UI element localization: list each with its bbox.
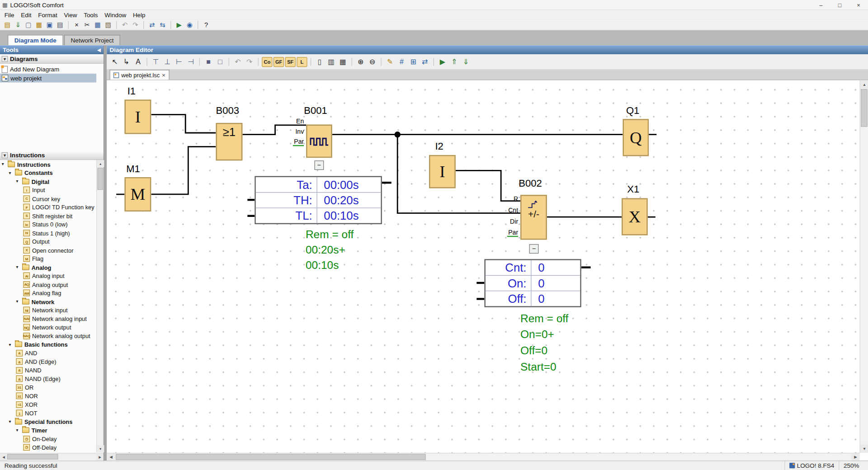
mode-tab-network-project[interactable]: Network Project <box>64 35 120 45</box>
tab-close-icon[interactable]: × <box>162 72 165 79</box>
tree-item-analog-output[interactable]: AQAnalog output <box>0 280 96 289</box>
menu-tools[interactable]: Tools <box>80 11 101 19</box>
param-table-1[interactable]: Ta:00:00sTH:00:20sTL:00:10s <box>255 176 382 225</box>
collapse-panel-icon[interactable]: ◀ <box>97 47 101 52</box>
undo-icon[interactable]: ↶ <box>120 20 130 29</box>
canvas-vscrollbar[interactable]: ▲ ▼ <box>860 80 868 453</box>
block-X1[interactable]: X <box>622 198 648 235</box>
block-B003[interactable]: ≥1 <box>216 123 243 160</box>
tree-item-off-delay[interactable]: ◷Off-Delay <box>0 443 96 452</box>
scroll-thumb[interactable] <box>116 454 426 460</box>
align-left-icon[interactable]: ⊢ <box>174 56 184 67</box>
tree-item-nand[interactable]: &NAND <box>0 366 96 375</box>
print-icon[interactable]: ▤ <box>55 20 65 29</box>
zoom-status[interactable]: 250% <box>839 461 863 470</box>
copy-icon[interactable]: ▦ <box>93 20 103 29</box>
align-bottom-icon[interactable]: ⊥ <box>162 56 173 67</box>
menu-file[interactable]: File <box>1 11 17 19</box>
expand-arrow-icon[interactable]: ▾ <box>2 162 8 167</box>
tree-item-basic-functions[interactable]: ▾Basic functions <box>0 340 96 349</box>
align-right-icon[interactable]: ⊣ <box>185 56 196 67</box>
select-tool-icon[interactable]: ↖ <box>109 56 120 67</box>
menu-view[interactable]: View <box>61 11 80 19</box>
tree-item-and-edge[interactable]: &AND (Edge) <box>0 357 96 366</box>
paste-icon[interactable]: ▧ <box>104 20 113 29</box>
logo-to-pc-icon[interactable]: ⇆ <box>158 20 167 29</box>
tree-item-analog-input[interactable]: AIAnalog input <box>0 272 96 280</box>
instructions-section-header[interactable]: ▾ Instructions <box>0 150 104 160</box>
scroll-up-icon[interactable]: ▲ <box>97 160 104 167</box>
tree-item-network-output[interactable]: NQNetwork output <box>0 323 96 332</box>
maximize-button[interactable]: □ <box>830 0 849 10</box>
tree-item-nor[interactable]: ≥1NOR <box>0 392 96 400</box>
diagram-item-add-new-diagram[interactable]: Add New Diagram <box>0 65 96 74</box>
new-window-icon[interactable]: ▢ <box>24 20 33 29</box>
constants-button[interactable]: Co <box>262 57 272 67</box>
scroll-thumb[interactable] <box>98 168 103 190</box>
tree-item-open-connector[interactable]: XOpen connector <box>0 246 96 254</box>
network-io-icon[interactable]: ⇄ <box>420 56 430 67</box>
tree-item-network-input[interactable]: NINetwork input <box>0 306 96 315</box>
menu-edit[interactable]: Edit <box>18 11 35 19</box>
block-Q1[interactable]: Q <box>623 119 649 156</box>
tree-item-input[interactable]: IInput <box>0 186 96 194</box>
menu-format[interactable]: Format <box>35 11 61 19</box>
open-icon[interactable]: ▦ <box>34 20 44 29</box>
mode-tab-diagram-mode[interactable]: Diagram Mode <box>8 35 63 45</box>
expand-arrow-icon[interactable]: ▾ <box>16 179 22 184</box>
redo-icon[interactable]: ↷ <box>244 56 255 67</box>
expand-arrow-icon[interactable]: ▾ <box>16 265 22 270</box>
send-to-back-icon[interactable]: □ <box>215 56 225 67</box>
reference-table-icon[interactable]: # <box>396 56 407 67</box>
tree-scrollbar[interactable]: ▲ ▼ <box>96 160 104 452</box>
block-B001[interactable] <box>306 125 332 158</box>
expand-arrow-icon[interactable]: ▾ <box>16 428 22 433</box>
tree-item-logo-td-function-key[interactable]: FLOGO! TD Function key <box>0 203 96 212</box>
tree-item-network[interactable]: ▾Network <box>0 297 96 306</box>
block-M1[interactable]: M <box>125 177 151 212</box>
split-window-1-icon[interactable]: ▯ <box>315 56 325 67</box>
scroll-down-icon[interactable]: ▼ <box>860 445 868 453</box>
align-top-icon[interactable]: ⊤ <box>151 56 161 67</box>
tree-item-or[interactable]: ≥1OR <box>0 383 96 392</box>
diagram-item-web-projekt[interactable]: web projekt <box>0 74 96 83</box>
tree-item-network-analog-output[interactable]: NAQNetwork analog output <box>0 332 96 340</box>
split-window-3-icon[interactable]: ▦ <box>338 56 348 67</box>
tree-item-cursor-key[interactable]: CCursor key <box>0 194 96 203</box>
redo-icon[interactable]: ↷ <box>131 20 140 29</box>
upload-device-icon[interactable]: ⇑ <box>449 56 459 67</box>
block-I2[interactable]: I <box>429 155 456 188</box>
menu-window[interactable]: Window <box>101 11 130 19</box>
save-icon[interactable]: ▣ <box>45 20 54 29</box>
diagram-canvas[interactable]: II1MM1≥1B003B001EnInvParQQ1II2+/-B002RCn… <box>107 80 859 453</box>
collapse-toggle-2[interactable]: − <box>529 244 539 254</box>
import-icon[interactable]: ⇓ <box>13 20 23 29</box>
scroll-left-icon[interactable]: ◀ <box>107 453 115 461</box>
scroll-right-icon[interactable]: ▶ <box>851 453 859 461</box>
document-tab[interactable]: web projekt.lsc × <box>109 70 169 80</box>
online-test-icon[interactable]: ◉ <box>185 20 194 29</box>
tree-item-status-0-low[interactable]: loStatus 0 (low) <box>0 220 96 229</box>
param-table-2[interactable]: Cnt:0On:0Off:0 <box>484 259 581 307</box>
close-button[interactable]: × <box>849 0 868 10</box>
simulation-icon[interactable]: ▶ <box>175 20 184 29</box>
expand-arrow-icon[interactable]: ▾ <box>9 342 15 347</box>
pc-to-logo-icon[interactable]: ⇄ <box>147 20 157 29</box>
tree-item-analog-flag[interactable]: AMAnalog flag <box>0 289 96 297</box>
tree-item-special-functions[interactable]: ▾Special functions <box>0 418 96 426</box>
undo-icon[interactable]: ↶ <box>232 56 243 67</box>
delete-icon[interactable]: × <box>72 20 81 29</box>
download-device-icon[interactable]: ⇓ <box>461 56 471 67</box>
tree-item-on-delay[interactable]: ◷On-Delay <box>0 435 96 443</box>
parameter-edit-icon[interactable]: ✎ <box>385 56 395 67</box>
basic-functions-button[interactable]: GF <box>274 57 284 67</box>
context-help-icon[interactable]: ? <box>202 20 211 29</box>
label-button[interactable]: L <box>297 57 307 67</box>
tree-item-xor[interactable]: =1XOR <box>0 400 96 409</box>
tree-item-constants[interactable]: ▾Constants <box>0 169 96 177</box>
tree-item-status-1-high[interactable]: hiStatus 1 (high) <box>0 229 96 237</box>
special-functions-button[interactable]: SF <box>285 57 296 67</box>
new-diagram-icon[interactable]: ▤ <box>3 20 12 29</box>
menu-help[interactable]: Help <box>130 11 149 19</box>
expand-arrow-icon[interactable]: ▾ <box>9 170 15 175</box>
